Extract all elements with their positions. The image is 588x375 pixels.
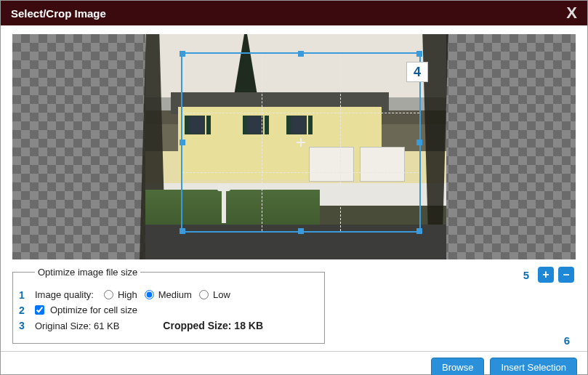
quality-label: Image quality: [35,289,94,300]
optimize-legend: Optimize image file size [35,267,140,278]
select-crop-dialog: Select/Crop Image X [0,0,588,375]
quality-high-radio[interactable] [104,290,113,299]
crop-handle-e[interactable] [416,140,422,145]
crop-handle-n[interactable] [298,51,304,57]
callout-2: 2 [19,305,25,316]
callout-6: 6 [564,334,570,347]
browse-button[interactable]: Browse [431,358,484,375]
quality-high-label: High [118,289,137,300]
crop-handle-nw[interactable] [180,51,185,57]
optimize-cell-label: Optimize for cell size [50,305,137,315]
crop-handle-w[interactable] [180,140,185,145]
callout-5: 5 [523,269,529,281]
crop-selection-box[interactable] [181,52,421,233]
crop-handle-se[interactable] [416,228,422,234]
zoom-in-button[interactable]: + [538,267,554,283]
dialog-title: Select/Crop Image [11,7,106,20]
dialog-footer: Browse Insert Selection [1,351,587,375]
crop-handle-s[interactable] [298,228,304,234]
crop-handle-ne[interactable] [416,51,422,57]
optimize-cell-checkbox[interactable] [35,305,44,315]
original-size-text: Original Size: 61 KB [35,320,119,331]
callout-4: 4 [406,62,428,82]
callout-1: 1 [19,289,25,301]
optimize-fieldset: Optimize image file size 1 Image quality… [12,267,325,344]
crop-handle-sw[interactable] [180,228,185,234]
quality-row: 1 Image quality: High Medium Low [35,289,315,300]
quality-low-label: Low [213,289,230,300]
insert-selection-button[interactable]: Insert Selection [490,358,577,375]
crop-center-icon [297,138,305,147]
quality-medium-radio[interactable] [145,290,154,299]
size-row: 3 Original Size: 61 KB Cropped Size: 18 … [35,320,315,331]
quality-low-radio[interactable] [199,290,209,299]
zoom-out-button[interactable]: – [558,267,574,283]
cell-size-row: 2 Optimize for cell size [35,305,315,315]
cropped-size-text: Cropped Size: 18 KB [163,320,263,331]
quality-medium-label: Medium [158,289,192,300]
titlebar: Select/Crop Image X [1,1,587,25]
callout-3: 3 [19,320,25,331]
close-icon[interactable]: X [566,5,577,21]
image-preview-area[interactable]: 4 [12,34,576,259]
dialog-content: 4 Optimize image file size 1 Image quali… [1,25,587,351]
right-controls: 5 + – 6 [339,267,576,344]
